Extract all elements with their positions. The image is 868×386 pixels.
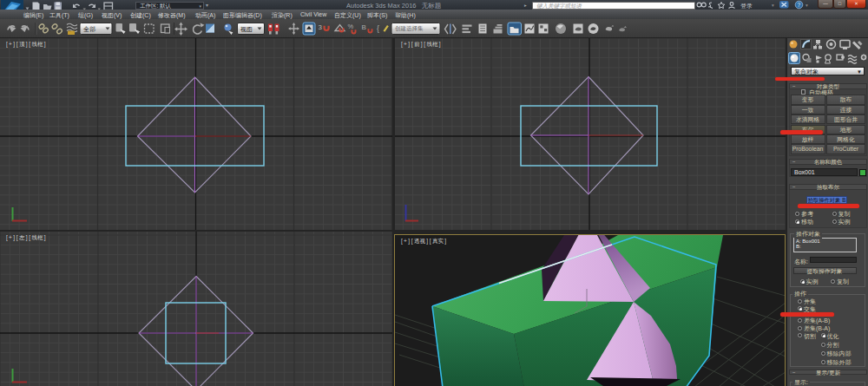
svg-text:3: 3 xyxy=(319,23,323,31)
svg-text:▾: ▾ xyxy=(806,3,808,8)
svg-text:{: { xyxy=(377,24,379,33)
svg-text:B: B xyxy=(362,23,366,31)
svg-text:%: % xyxy=(348,23,354,30)
svg-text:创建选择集: 创建选择集 xyxy=(395,25,424,32)
svg-text:?: ? xyxy=(798,2,801,8)
svg-text:全部: 全部 xyxy=(83,26,95,33)
svg-text:视图: 视图 xyxy=(240,26,253,33)
